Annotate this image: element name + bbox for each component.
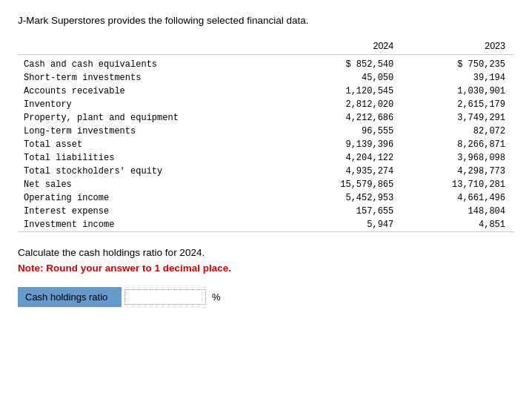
table-row-2023: 8,266,871 [402, 138, 514, 151]
table-row-2024: 96,555 [291, 125, 403, 138]
table-row-label: Total stockholders' equity [18, 165, 291, 178]
financial-table: 2024 2023 Cash and cash equivalents$ 852… [18, 38, 514, 232]
table-row-2023: $ 750,235 [402, 55, 514, 72]
table-row-2024: $ 852,540 [291, 55, 403, 72]
table-row-label: Interest expense [18, 205, 291, 218]
table-row-2023: 148,804 [402, 205, 514, 218]
table-row-2024: 9,139,396 [291, 138, 403, 151]
table-row-label: Operating income [18, 191, 291, 205]
note-text: Note: Round your answer to 1 decimal pla… [18, 263, 514, 274]
table-row-2024: 1,120,545 [291, 85, 403, 98]
table-row-label: Short-term investments [18, 71, 291, 85]
table-row-2024: 15,579,865 [291, 178, 403, 191]
table-row-2024: 5,452,953 [291, 191, 403, 205]
table-row-label: Total liabilities [18, 151, 291, 165]
table-row-2024: 4,212,686 [291, 111, 403, 125]
table-row-2023: 4,298,773 [402, 165, 514, 178]
table-row-2023: 3,749,291 [402, 111, 514, 125]
intro-text: J-Mark Superstores provides the followin… [18, 15, 514, 26]
cash-holdings-ratio-input[interactable] [128, 291, 202, 303]
table-row-2023: 1,030,901 [402, 85, 514, 98]
table-row-2023: 3,968,098 [402, 151, 514, 165]
table-row-2024: 45,050 [291, 71, 403, 85]
percent-sign: % [212, 291, 221, 303]
table-row-label: Net sales [18, 178, 291, 191]
table-row-2024: 4,935,274 [291, 165, 403, 178]
table-row-2023: 82,072 [402, 125, 514, 138]
table-row-2023: 39,194 [402, 71, 514, 85]
table-row-label: Total asset [18, 138, 291, 151]
table-row-2023: 4,661,496 [402, 191, 514, 205]
question-text: Calculate the cash holdings ratio for 20… [18, 247, 514, 258]
table-row-label: Investment income [18, 218, 291, 232]
table-row-2023: 13,710,281 [402, 178, 514, 191]
table-row-2024: 5,947 [291, 218, 403, 232]
table-row-label: Property, plant and equipment [18, 111, 291, 125]
table-row-label: Long-term investments [18, 125, 291, 138]
table-row-2023: 4,851 [402, 218, 514, 232]
table-row-label: Inventory [18, 98, 291, 111]
answer-input-container [124, 289, 206, 305]
table-row-label: Accounts receivable [18, 85, 291, 98]
table-header-2024: 2024 [291, 38, 403, 55]
table-row-2024: 157,655 [291, 205, 403, 218]
table-row-2024: 2,812,020 [291, 98, 403, 111]
table-row-label: Cash and cash equivalents [18, 55, 291, 72]
table-row-2024: 4,204,122 [291, 151, 403, 165]
table-row-2023: 2,615,179 [402, 98, 514, 111]
table-header-label [18, 38, 291, 55]
answer-row: Cash holdings ratio % [18, 287, 514, 307]
table-header-2023: 2023 [402, 38, 514, 55]
answer-label: Cash holdings ratio [18, 287, 122, 307]
